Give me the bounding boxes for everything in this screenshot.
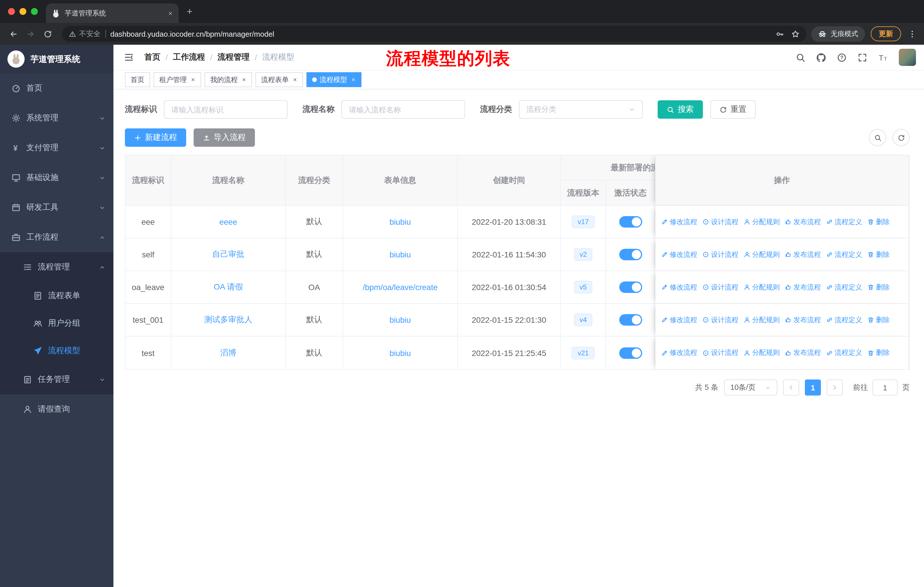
delete-link[interactable]: 删除 [867,217,889,227]
assign-rule-link[interactable]: 分配规则 [744,217,780,227]
chrome-update-button[interactable]: 更新 [871,26,901,41]
goto-page-input[interactable] [873,379,898,395]
form-info-link[interactable]: biubiu [389,315,411,324]
breadcrumb-item[interactable]: 工作流程 [173,52,205,63]
tag-流程表单[interactable]: 流程表单 [256,72,303,87]
reset-button[interactable]: 重置 [710,100,756,119]
sidebar-item-devtools[interactable]: 研发工具 [0,193,114,222]
process-name-field[interactable] [342,100,465,119]
password-manager-icon[interactable] [776,30,784,38]
tag-流程模型[interactable]: 流程模型 [307,72,361,87]
font-size-icon[interactable]: TT [878,53,888,62]
modify-link[interactable]: 修改流程 [661,315,697,325]
assign-rule-link[interactable]: 分配规则 [744,250,780,260]
assign-rule-link[interactable]: 分配规则 [744,348,780,358]
tab-close-icon[interactable] [168,11,173,16]
reload-button[interactable] [40,26,55,41]
forward-button[interactable] [23,26,38,41]
sidebar-collapse-button[interactable] [121,52,136,63]
modify-link[interactable]: 修改流程 [661,282,697,292]
activation-toggle[interactable] [619,314,642,326]
tag-租户管理[interactable]: 租户管理 [153,72,201,87]
process-name-input[interactable] [349,105,458,114]
user-avatar[interactable] [899,49,916,66]
process-key-input[interactable] [171,105,280,114]
design-link[interactable]: 设计流程 [702,217,738,227]
assign-rule-link[interactable]: 分配规则 [744,282,780,292]
breadcrumb-item[interactable]: 首页 [144,52,160,63]
publish-link[interactable]: 发布流程 [785,282,821,292]
import-process-button[interactable]: 导入流程 [194,128,255,147]
design-link[interactable]: 设计流程 [702,282,738,292]
model-name-link[interactable]: OA 请假 [214,282,243,293]
sidebar-item-home[interactable]: 首页 [0,73,114,103]
model-name-link[interactable]: 自己审批 [212,250,244,260]
modify-link[interactable]: 修改流程 [661,348,697,358]
toggle-search-button[interactable] [869,129,886,146]
design-link[interactable]: 设计流程 [702,315,738,325]
prev-page-button[interactable] [783,379,799,395]
search-icon[interactable] [796,53,805,62]
process-key-field[interactable] [164,100,287,119]
window-zoom-button[interactable] [31,8,38,15]
assign-rule-link[interactable]: 分配规则 [744,315,780,325]
delete-link[interactable]: 删除 [867,250,889,260]
fullscreen-icon[interactable] [858,53,867,62]
definition-link[interactable]: 流程定义 [826,250,862,260]
definition-link[interactable]: 流程定义 [826,282,862,292]
publish-link[interactable]: 发布流程 [785,217,821,227]
definition-link[interactable]: 流程定义 [826,348,862,358]
browser-tab[interactable]: 芋道管理系统 [46,3,179,23]
model-name-link[interactable]: 滔博 [220,348,236,358]
next-page-button[interactable] [827,379,843,395]
browser-menu-button[interactable] [906,30,918,38]
create-process-button[interactable]: 新建流程 [125,128,186,147]
form-info-link[interactable]: biubiu [389,250,411,259]
github-icon[interactable] [816,53,826,62]
publish-link[interactable]: 发布流程 [785,315,821,325]
modify-link[interactable]: 修改流程 [661,250,697,260]
activation-toggle[interactable] [619,347,642,359]
page-1-button[interactable]: 1 [805,379,821,395]
help-icon[interactable]: ? [837,53,846,62]
activation-toggle[interactable] [619,216,642,228]
form-info-link[interactable]: biubiu [389,217,411,227]
sidebar-item-workflow[interactable]: 工作流程 [0,222,114,252]
tag-首页[interactable]: 首页 [125,72,150,87]
delete-link[interactable]: 删除 [867,315,889,325]
process-category-select[interactable]: 流程分类 [519,100,643,119]
definition-link[interactable]: 流程定义 [826,315,862,325]
breadcrumb-item[interactable]: 流程管理 [218,52,250,63]
model-name-link[interactable]: eeee [219,217,237,227]
delete-link[interactable]: 删除 [867,348,889,358]
window-minimize-button[interactable] [20,8,26,15]
publish-link[interactable]: 发布流程 [785,250,821,260]
sidebar-item-payment-management[interactable]: ¥支付管理 [0,133,114,163]
sidebar-item-system-management[interactable]: 系统管理 [0,103,114,133]
window-close-button[interactable] [8,8,15,15]
form-info-link[interactable]: /bpm/oa/leave/create [363,283,438,292]
model-name-link[interactable]: 测试多审批人 [204,315,252,325]
address-bar[interactable]: 不安全 dashboard.yudao.iocoder.cn/bpm/manag… [62,26,807,42]
refresh-table-button[interactable] [893,129,910,146]
new-tab-button[interactable] [181,3,198,20]
sidebar-item-infrastructure[interactable]: 基础设施 [0,163,114,193]
delete-link[interactable]: 删除 [867,282,889,292]
tag-我的流程[interactable]: 我的流程 [205,72,252,87]
definition-link[interactable]: 流程定义 [826,217,862,227]
sidebar-item-user-group[interactable]: 用户分组 [0,309,114,337]
form-info-link[interactable]: biubiu [389,348,411,357]
sidebar-item-leave-query[interactable]: 请假查询 [0,394,114,424]
design-link[interactable]: 设计流程 [702,348,738,358]
sidebar-item-process-model[interactable]: 流程模型 [0,337,114,365]
url-text[interactable]: dashboard.yudao.iocoder.cn/bpm/manager/m… [110,30,776,38]
back-button[interactable] [6,26,21,41]
search-button[interactable]: 搜索 [658,100,703,119]
bookmark-star-icon[interactable] [791,30,800,38]
activation-toggle[interactable] [619,249,642,260]
sidebar-item-task-management[interactable]: 任务管理 [0,365,114,394]
activation-toggle[interactable] [619,281,642,293]
publish-link[interactable]: 发布流程 [785,348,821,358]
design-link[interactable]: 设计流程 [702,250,738,260]
sidebar-item-process-form[interactable]: 流程表单 [0,282,114,309]
